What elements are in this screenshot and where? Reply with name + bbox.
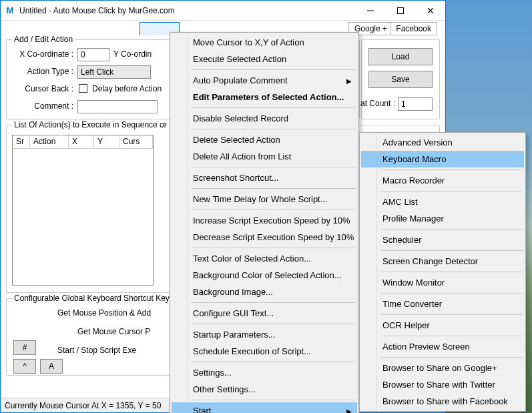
col-action[interactable]: Action bbox=[30, 135, 69, 148]
tab-facebook[interactable]: Facebook bbox=[390, 22, 437, 35]
menu2-item-8[interactable]: Scheduler bbox=[361, 232, 524, 248]
x-coord-label: X Co-ordinate : bbox=[13, 49, 73, 59]
menu1-item-9[interactable]: Delete All Action from List bbox=[172, 148, 357, 165]
menu1-item-11[interactable]: Screenshot Shortcut... bbox=[172, 169, 357, 186]
col-sr[interactable]: Sr bbox=[13, 135, 30, 148]
titlebar: M Untitled - Auto Mouse Click by MurGee.… bbox=[1, 1, 445, 21]
comment-input[interactable] bbox=[77, 100, 158, 113]
menu1-item-25[interactable]: Schedule Execution of Script... bbox=[172, 343, 357, 360]
menu-separator bbox=[381, 169, 523, 170]
close-button[interactable]: ✕ bbox=[415, 1, 445, 20]
context-menu-main: Move Cursor to X,Y of ActionExecute Sele… bbox=[170, 32, 359, 413]
menu-separator bbox=[192, 302, 356, 303]
svg-rect-1 bbox=[397, 7, 403, 13]
menu-separator bbox=[381, 229, 523, 230]
menu1-item-30[interactable]: Start▶ bbox=[172, 402, 357, 413]
menu2-item-0[interactable]: Advanced Version bbox=[361, 134, 524, 151]
status-cursor-pos: Currently Mouse Cursor At X = 1355, Y = … bbox=[3, 400, 166, 412]
context-menu-start: Advanced VersionKeyboard MacroMacro Reco… bbox=[359, 132, 526, 412]
menu2-item-22[interactable]: Browser to Share with Facebook bbox=[361, 393, 524, 410]
menu2-item-12[interactable]: Window Monitor bbox=[361, 274, 524, 291]
menu-separator bbox=[381, 191, 523, 191]
menu2-item-10[interactable]: Screen Change Detector bbox=[361, 253, 524, 270]
menu-separator bbox=[192, 324, 356, 324]
cursor-back-checkbox[interactable] bbox=[79, 84, 87, 93]
menu-separator bbox=[381, 314, 523, 315]
menu1-item-13[interactable]: New Time Delay for Whole Script... bbox=[172, 191, 357, 208]
a-button[interactable]: A bbox=[40, 359, 63, 374]
repeat-count-input[interactable] bbox=[398, 97, 433, 111]
menu1-item-15[interactable]: Increase Script Execution Speed by 10% bbox=[172, 212, 357, 229]
load-button[interactable]: Load bbox=[368, 48, 433, 65]
col-curs[interactable]: Curs bbox=[119, 135, 153, 148]
group-load-save: Load Save at Count : bbox=[361, 39, 440, 119]
action-type-label: Action Type : bbox=[13, 67, 73, 76]
menu1-item-22[interactable]: Configure GUI Text... bbox=[172, 305, 357, 322]
menu2-item-16[interactable]: OCR Helper bbox=[361, 317, 524, 334]
menu2-item-21[interactable]: Browser to Share with Twitter bbox=[361, 376, 524, 393]
menu-separator bbox=[192, 107, 356, 108]
menu1-item-20[interactable]: Background Image... bbox=[172, 284, 357, 300]
close-icon: ✕ bbox=[427, 5, 435, 16]
x-coord-input[interactable] bbox=[77, 48, 109, 61]
action-type-combo[interactable]: Left Click bbox=[77, 65, 151, 79]
minimize-button[interactable] bbox=[355, 1, 385, 20]
menu-separator bbox=[192, 210, 356, 210]
minimize-icon bbox=[367, 7, 374, 14]
group-list-title: List Of Action(s) to Execute in Sequence… bbox=[12, 120, 169, 129]
menu1-item-0[interactable]: Move Cursor to X,Y of Action bbox=[172, 34, 357, 51]
submenu-arrow-icon: ▶ bbox=[346, 77, 352, 84]
menu-separator bbox=[381, 336, 523, 336]
action-type-value: Left Click bbox=[81, 67, 113, 77]
menu-separator bbox=[192, 69, 356, 70]
get-mouse-pos-label: Get Mouse Position & Add bbox=[57, 308, 151, 318]
group-add-title: Add / Edit Action bbox=[12, 35, 75, 44]
menu-separator bbox=[381, 293, 523, 294]
menu1-item-18[interactable]: Text Color of Selected Action... bbox=[172, 250, 357, 267]
menu-separator bbox=[381, 250, 523, 251]
hash-button[interactable]: # bbox=[13, 340, 36, 355]
y-coord-label: Y Co-ordin bbox=[113, 49, 152, 59]
menu2-item-18[interactable]: Action Preview Screen bbox=[361, 338, 524, 355]
menu2-item-5[interactable]: AMC List bbox=[361, 193, 524, 210]
maximize-button[interactable] bbox=[385, 1, 415, 20]
get-mouse-cursor-label: Get Mouse Cursor P bbox=[77, 327, 150, 336]
submenu-arrow-icon: ▶ bbox=[346, 407, 352, 413]
comment-label: Comment : bbox=[13, 101, 73, 111]
repeat-count-label: at Count : bbox=[356, 99, 395, 108]
menu1-item-6[interactable]: Disable Selected Record bbox=[172, 110, 357, 127]
menu1-item-16[interactable]: Decrease Script Execution Speed by 10% bbox=[172, 229, 357, 246]
menu1-item-3[interactable]: Auto Populate Comment▶ bbox=[172, 72, 357, 89]
menu2-item-3[interactable]: Macro Recorder bbox=[361, 172, 524, 189]
menu2-item-6[interactable]: Profile Manager bbox=[361, 210, 524, 227]
menu1-item-28[interactable]: Other Settings... bbox=[172, 381, 357, 398]
menu2-item-14[interactable]: Time Converter bbox=[361, 296, 524, 312]
menu-separator bbox=[192, 248, 356, 248]
menu1-item-27[interactable]: Settings... bbox=[172, 364, 357, 381]
col-y[interactable]: Y bbox=[94, 135, 119, 148]
menu1-item-8[interactable]: Delete Selected Action bbox=[172, 131, 357, 148]
menu-separator bbox=[192, 362, 356, 362]
menu-separator bbox=[192, 167, 356, 167]
save-button[interactable]: Save bbox=[368, 71, 433, 88]
menu2-item-20[interactable]: Browser to Share on Google+ bbox=[361, 360, 524, 376]
menu1-item-4[interactable]: Edit Parameters of Selected Action... bbox=[172, 89, 357, 105]
action-table[interactable]: Sr Action X Y Curs bbox=[12, 135, 154, 286]
menu-separator bbox=[192, 400, 356, 400]
menu-separator bbox=[192, 188, 356, 189]
delay-before-label: Delay before Action bbox=[92, 84, 162, 93]
caret-button[interactable]: ^ bbox=[13, 359, 36, 374]
menu-separator bbox=[381, 272, 523, 272]
menu1-item-1[interactable]: Execute Selected Action bbox=[172, 51, 357, 67]
table-header: Sr Action X Y Curs bbox=[13, 135, 153, 149]
group-shortcut-title: Configurable Global Keyboard Shortcut Ke… bbox=[12, 294, 172, 303]
col-x[interactable]: X bbox=[69, 135, 94, 148]
start-stop-label: Start / Stop Script Exe bbox=[57, 346, 136, 355]
window-title: Untitled - Auto Mouse Click by MurGee.co… bbox=[19, 6, 355, 15]
maximize-icon bbox=[397, 7, 404, 14]
menu1-item-24[interactable]: Startup Parameters... bbox=[172, 326, 357, 343]
menu-separator bbox=[381, 357, 523, 358]
menu2-item-1[interactable]: Keyboard Macro bbox=[361, 151, 524, 167]
menu1-item-19[interactable]: Background Color of Selected Action... bbox=[172, 267, 357, 284]
app-icon: M bbox=[5, 5, 15, 16]
